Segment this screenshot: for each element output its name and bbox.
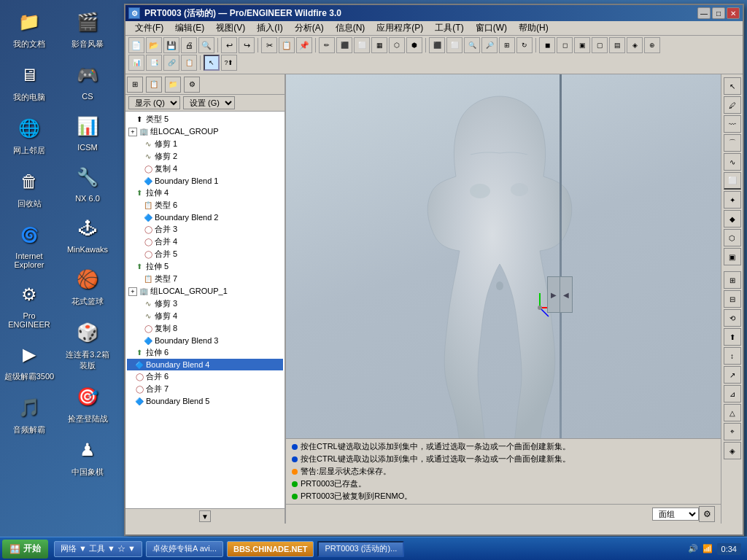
tb-select[interactable]: ↖ [204, 55, 220, 71]
menu-window[interactable]: 窗口(W) [470, 20, 513, 36]
tree-item[interactable]: ⬆ 拉伸 4 [127, 187, 283, 199]
desktop-icon-recycle[interactable]: 🗑 回收站 [4, 167, 55, 209]
rtb-btn-7[interactable]: ✦ [724, 191, 741, 209]
menu-edit[interactable]: 编辑(E) [169, 20, 210, 36]
rtb-btn-11[interactable]: ⊞ [724, 271, 741, 289]
tree-item[interactable]: + 🏢 组LOCAL_GROUP [127, 125, 283, 138]
rtb-btn-6[interactable]: ⬜ [724, 172, 741, 190]
tree-item[interactable]: ∿ 修剪 3 [127, 298, 283, 310]
menu-app[interactable]: 应用程序(P) [371, 20, 429, 36]
tree-expand-btn[interactable]: + [128, 287, 137, 296]
tb-search[interactable]: 🔍 [198, 37, 214, 53]
desktop-icon-lianliankan[interactable]: 🎲 连连看3.2箱装版 [62, 318, 113, 371]
rtb-btn-13[interactable]: ⟲ [724, 309, 741, 327]
rtb-btn-18[interactable]: △ [724, 404, 741, 421]
tree-item-boundary-blend-3[interactable]: 🔷 Boundary Blend 3 [127, 335, 283, 346]
rtb-btn-3[interactable]: 〰 [724, 115, 741, 133]
tree-item-boundary-blend-2[interactable]: 🔷 Boundary Blend 2 [127, 211, 283, 223]
minimize-button[interactable]: — [697, 7, 711, 19]
desktop-icon-cs[interactable]: 🎮 CS [62, 61, 113, 101]
tb-print[interactable]: 🖨 [181, 37, 197, 53]
tree-item[interactable]: ⬆ 拉伸 6 [127, 346, 283, 359]
desktop-icon-mycomputer[interactable]: 🖥 我的电脑 [4, 61, 55, 103]
tb-rotate[interactable]: ↻ [516, 37, 533, 53]
desktop-icon-chess[interactable]: ♟ 中国象棋 [62, 435, 113, 478]
tb-feature2[interactable]: ⬜ [354, 37, 370, 53]
tb-shading6[interactable]: ◈ [627, 37, 643, 53]
tb-shading2[interactable]: ◻ [557, 37, 573, 53]
taskbar-item-network[interactable]: 网络 ▼ 工具 ▼ ☆ ▼ [54, 541, 142, 557]
tree-item[interactable]: 📋 类型 7 [127, 273, 283, 285]
start-button[interactable]: 🪟 开始 [2, 540, 48, 559]
tree-item[interactable]: ◯ 合并 6 [127, 370, 283, 383]
tb-zoomin[interactable]: 🔍 [464, 37, 480, 53]
tb-shading1[interactable]: ◼ [539, 37, 555, 53]
tree-expand-btn[interactable]: + [128, 128, 137, 136]
rtb-btn-5[interactable]: ∿ [724, 153, 741, 171]
rtb-btn-14[interactable]: ⬆ [724, 328, 741, 346]
taskbar-item-video[interactable]: 卓依婷专辑A avi... [146, 541, 223, 557]
desktop-icon-neighborhood[interactable]: 🌐 网上邻居 [4, 114, 55, 156]
tb-sketch[interactable]: ✏ [319, 37, 335, 53]
tree-item[interactable]: ◯ 合并 3 [127, 223, 283, 236]
desktop-icon-audio[interactable]: 🎵 音频解霸 [4, 393, 55, 435]
rtb-btn-9[interactable]: ⬡ [724, 229, 741, 246]
tree-item[interactable]: ⬆ 类型 5 [127, 113, 283, 125]
tb-paste[interactable]: 📌 [296, 37, 312, 53]
desktop-icon-proengineer[interactable]: ⚙ Pro ENGINEER [4, 280, 55, 329]
tb-param[interactable]: 📋 [181, 55, 197, 71]
tb-shading4[interactable]: ▢ [592, 37, 608, 53]
menu-help[interactable]: 帮助(H) [513, 20, 554, 36]
tree-item[interactable]: + 🏢 组LOCAL_GROUP_1 [127, 285, 283, 298]
display-dropdown[interactable]: 显示 (Q) [128, 96, 180, 109]
tb-undo[interactable]: ↩ [221, 37, 237, 53]
tb-feature1[interactable]: ⬛ [336, 37, 352, 53]
menu-file[interactable]: 文件(F) [129, 20, 169, 36]
tree-item[interactable]: ∿ 修剪 2 [127, 150, 283, 163]
desktop-icon-icsm[interactable]: 📊 ICSM [62, 112, 113, 152]
panel-btn-2[interactable]: 📋 [146, 77, 162, 93]
tree-item-boundary-blend-1[interactable]: 🔷 Boundary Blend 1 [127, 175, 283, 187]
tb-zoomout[interactable]: 🔎 [481, 37, 498, 53]
viewport-resize-arrow2[interactable]: ▶ [547, 276, 560, 313]
tb-feature5[interactable]: ⬢ [406, 37, 422, 53]
tb-model-tree[interactable]: 📊 [128, 55, 144, 71]
panel-btn-4[interactable]: ⚙ [184, 77, 200, 93]
tree-item[interactable]: ◯ 复制 8 [127, 322, 283, 335]
rtb-btn-17[interactable]: ⊿ [724, 385, 741, 402]
tree-item-boundary-blend-5[interactable]: 🔷 Boundary Blend 5 [127, 395, 283, 407]
desktop-icon-ie[interactable]: 🌀 Internet Explorer [4, 220, 55, 269]
tb-copy[interactable]: 📋 [279, 37, 295, 53]
menu-insert[interactable]: 插入(I) [251, 20, 288, 36]
taskbar-item-bbs[interactable]: BBS.CHINADE.NET [227, 541, 314, 557]
tb-fit[interactable]: ⊞ [499, 37, 515, 53]
desktop-icon-media[interactable]: ▶ 超级解霸3500 [4, 340, 55, 382]
status-settings-btn[interactable]: ⚙ [699, 506, 715, 522]
maximize-button[interactable]: □ [712, 7, 725, 19]
panel-btn-1[interactable]: ⊞ [127, 77, 143, 93]
desktop-icon-documents[interactable]: 📁 我的文档 [4, 7, 55, 50]
rtb-btn-10[interactable]: ▣ [724, 248, 741, 265]
tb-redo[interactable]: ↪ [239, 37, 255, 53]
status-dropdown[interactable]: 面组 [652, 508, 699, 521]
tree-item[interactable]: ∿ 修剪 4 [127, 310, 283, 322]
tb-cut[interactable]: ✂ [261, 37, 277, 53]
panel-btn-3[interactable]: 📁 [165, 77, 181, 93]
desktop-icon-battle[interactable]: 🎯 捡垄登陆战 [62, 382, 113, 424]
desktop-icon-basketball[interactable]: 🏀 花式篮球 [62, 265, 113, 307]
tree-item[interactable]: ◯ 合并 7 [127, 383, 283, 395]
tb-view1[interactable]: ⬛ [429, 37, 445, 53]
viewport-resize-arrow[interactable]: ◀ [560, 276, 573, 313]
tb-save[interactable]: 💾 [163, 37, 179, 53]
close-button[interactable]: ✕ [727, 7, 740, 19]
tree-item[interactable]: ◯ 合并 5 [127, 248, 283, 260]
tb-new[interactable]: 📄 [128, 37, 144, 53]
tb-shading5[interactable]: ▤ [609, 37, 625, 53]
menu-tools[interactable]: 工具(T) [429, 20, 469, 36]
tb-feature3[interactable]: ▦ [371, 37, 387, 53]
rtb-btn-4[interactable]: ⌒ [724, 134, 741, 152]
tb-view2[interactable]: ⬜ [446, 37, 462, 53]
tb-open[interactable]: 📂 [146, 37, 162, 53]
tb-shading7[interactable]: ⊕ [644, 37, 660, 53]
desktop-icon-nx[interactable]: 🔧 NX 6.0 [62, 163, 113, 203]
